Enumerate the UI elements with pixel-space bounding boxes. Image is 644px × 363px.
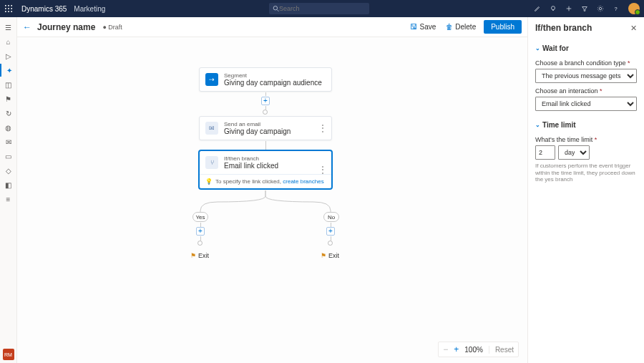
filter-icon[interactable]	[577, 0, 592, 17]
nav-play-icon[interactable]: ▷	[0, 49, 17, 62]
svg-rect-0	[5, 5, 6, 6]
svg-text:?: ?	[615, 6, 618, 12]
zoom-out-button[interactable]: −	[443, 344, 448, 354]
create-branches-link[interactable]: create branches	[283, 178, 323, 185]
nav-globe-icon[interactable]: ◍	[0, 121, 17, 134]
node-type: If/then branch	[224, 155, 278, 162]
zoom-control: − + 100% Reset	[438, 342, 519, 357]
node-more-icon[interactable]: ⋮	[318, 123, 327, 133]
publish-button[interactable]: Publish	[484, 20, 522, 34]
condition-type-label: Choose a branch condition type *	[535, 59, 637, 67]
svg-rect-5	[11, 8, 12, 9]
svg-point-11	[552, 6, 555, 10]
search-input[interactable]	[279, 5, 366, 12]
lightbulb-icon: 💡	[205, 178, 213, 185]
time-value-input[interactable]	[535, 145, 555, 160]
nav-report-icon[interactable]: ◧	[0, 178, 17, 191]
svg-line-10	[277, 10, 278, 11]
svg-rect-7	[8, 11, 9, 12]
left-nav: ☰ ⌂ ▷ ✦ ◫ ⚑ ↻ ◍ ✉ ▭ ◇ ◧ ≡ RM	[0, 17, 17, 363]
zoom-in-button[interactable]: +	[454, 344, 459, 354]
node-segment[interactable]: ⇢ Segment Giving day campaign audience	[199, 67, 332, 92]
journey-canvas[interactable]: ⇢ Segment Giving day campaign audience +…	[17, 37, 527, 363]
command-bar: ← Journey name ● Draft 🖫Save 🗑Delete Pub…	[17, 17, 527, 37]
chevron-down-icon: ⌄	[535, 45, 540, 52]
connector-endpoint	[263, 110, 268, 115]
panel-title: If/then branch	[535, 23, 592, 33]
global-header: Dynamics 365 Marketing ?	[0, 0, 644, 17]
panel-close-button[interactable]: ✕	[630, 24, 637, 33]
time-help-text: If customers perform the event trigger w…	[535, 163, 637, 183]
section-wait-for[interactable]: ⌄Wait for	[535, 44, 637, 52]
nav-flag-icon[interactable]: ⚑	[0, 92, 17, 105]
node-ifthen-branch[interactable]: ⑂ If/then branch Email link clicked ⋮ 💡 …	[199, 150, 332, 189]
properties-panel: If/then branch ✕ ⌄Wait for Choose a bran…	[527, 17, 644, 363]
add-node-no-button[interactable]: +	[326, 227, 335, 236]
add-node-button[interactable]: +	[261, 97, 270, 105]
interaction-label: Choose an interaction *	[535, 87, 637, 95]
svg-rect-8	[11, 11, 12, 12]
app-launcher-icon[interactable]	[0, 5, 17, 12]
nav-journeys-icon[interactable]: ✦	[0, 64, 17, 77]
svg-point-16	[597, 6, 603, 11]
email-icon: ✉	[205, 122, 218, 135]
node-more-icon[interactable]: ⋮	[318, 165, 327, 175]
branch-icon: ⑂	[205, 156, 218, 169]
flag-icon: ⚑	[321, 252, 326, 259]
nav-chat-icon[interactable]: ◇	[0, 164, 17, 177]
back-button[interactable]: ←	[23, 22, 31, 32]
delete-button[interactable]: 🗑Delete	[441, 21, 481, 33]
lightbulb-icon[interactable]	[545, 0, 561, 17]
segment-icon: ⇢	[205, 73, 218, 86]
connector-endpoint	[197, 241, 203, 246]
svg-rect-3	[5, 8, 6, 9]
svg-point-15	[599, 7, 601, 9]
status-badge: ● Draft	[102, 24, 122, 31]
global-search[interactable]	[269, 3, 369, 14]
time-unit-select[interactable]: days	[558, 145, 590, 160]
node-type: Segment	[224, 72, 322, 79]
connector-line	[265, 92, 266, 96]
nav-contacts-icon[interactable]: ◫	[0, 78, 17, 91]
node-title: Giving day campaign audience	[224, 79, 322, 87]
user-avatar[interactable]	[628, 3, 640, 14]
page-title: Journey name	[37, 22, 95, 32]
interaction-select[interactable]: Email link clicked	[535, 97, 637, 111]
nav-page-icon[interactable]: ▭	[0, 150, 17, 163]
svg-point-9	[273, 6, 277, 10]
main-area: ← Journey name ● Draft 🖫Save 🗑Delete Pub…	[17, 17, 527, 363]
area-label: Marketing	[71, 5, 108, 13]
svg-rect-6	[5, 11, 6, 12]
svg-rect-2	[11, 5, 12, 6]
save-button[interactable]: 🖫Save	[405, 21, 441, 33]
edit-icon[interactable]	[530, 0, 545, 17]
node-title: Email link clicked	[224, 162, 278, 170]
node-type: Send an email	[224, 121, 291, 127]
add-icon[interactable]	[561, 0, 577, 17]
brand-label: Dynamics 365	[17, 5, 71, 13]
svg-rect-1	[8, 5, 9, 6]
exit-yes: ⚑Exit	[190, 252, 209, 259]
zoom-reset-button[interactable]: Reset	[489, 346, 514, 354]
gear-icon[interactable]	[592, 0, 608, 17]
node-email[interactable]: ✉ Send an email Giving day campaign ⋮	[199, 116, 332, 140]
add-node-yes-button[interactable]: +	[196, 227, 205, 236]
connector-endpoint	[328, 241, 333, 246]
connector-line	[265, 141, 266, 150]
search-icon	[273, 5, 279, 12]
condition-type-select[interactable]: The previous message gets an interaction	[535, 69, 637, 83]
nav-menu-icon[interactable]: ☰	[0, 21, 17, 34]
node-title: Giving day campaign	[224, 127, 291, 135]
nav-more-icon[interactable]: ≡	[0, 193, 17, 205]
no-label: No	[323, 212, 339, 222]
nav-mail-icon[interactable]: ✉	[0, 135, 17, 148]
section-time-limit[interactable]: ⌄Time limit	[535, 121, 637, 129]
save-icon: 🖫	[410, 23, 417, 31]
help-icon[interactable]: ?	[608, 0, 624, 17]
exit-no: ⚑Exit	[321, 252, 339, 259]
nav-app-badge[interactable]: RM	[3, 349, 14, 360]
branch-hint: 💡 To specify the link clicked, create br…	[200, 174, 331, 188]
nav-refresh-icon[interactable]: ↻	[0, 107, 17, 120]
nav-home-icon[interactable]: ⌂	[0, 35, 17, 48]
time-limit-label: What's the time limit *	[535, 136, 637, 143]
